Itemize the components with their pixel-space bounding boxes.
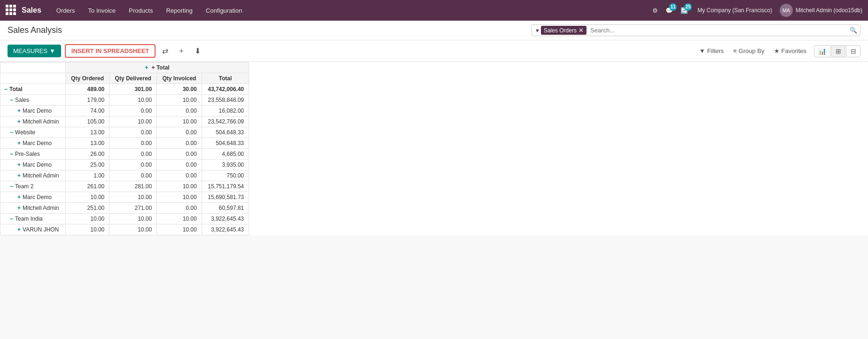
favorites-label: Favorites bbox=[782, 47, 806, 54]
row-label: Total bbox=[9, 86, 23, 92]
collapse-icon[interactable]: − bbox=[10, 151, 13, 157]
group-by-link[interactable]: ≡ Group By bbox=[729, 46, 768, 56]
nav-reporting[interactable]: Reporting bbox=[160, 5, 198, 16]
filter-group: ▼ Filters ≡ Group By ★ Favorites bbox=[696, 46, 810, 56]
cell-value: 0.00 bbox=[157, 149, 202, 160]
expand-icon[interactable]: + bbox=[17, 226, 21, 233]
expand-icon[interactable]: + bbox=[17, 194, 21, 200]
table-row: +Mitchell Admin1.000.000.00750.00 bbox=[0, 170, 249, 181]
cell-value: 74.00 bbox=[65, 106, 109, 116]
table-row: −Sales179.0010.0010.0023,558,848.09 bbox=[0, 95, 249, 106]
cell-value: 261.00 bbox=[65, 181, 109, 192]
cell-value: 0.00 bbox=[157, 203, 202, 214]
activity-badge: 25 bbox=[684, 3, 692, 11]
table-row: +Marc Demo10.0010.0010.0015,690,581.73 bbox=[0, 192, 249, 203]
expand-icon[interactable]: + bbox=[17, 162, 21, 168]
discuss-icon[interactable]: 💬 11 bbox=[664, 5, 675, 16]
pivot-view-button[interactable]: ⊞ bbox=[831, 45, 845, 57]
cell-value: 10.00 bbox=[109, 214, 157, 224]
table-row: −Total489.00301.0030.0043,742,006.40 bbox=[0, 84, 249, 95]
cell-value: 60,597.81 bbox=[202, 203, 249, 214]
nav-to-invoice[interactable]: To Invoice bbox=[83, 5, 122, 16]
cell-value: 271.00 bbox=[109, 203, 157, 214]
search-tag-sales-orders: Sales Orders ✕ bbox=[541, 26, 586, 35]
add-icon[interactable]: ＋ bbox=[175, 44, 188, 58]
row-label-cell: −Sales bbox=[0, 95, 66, 106]
user-info: MA Mitchell Admin (odoo15db) bbox=[780, 4, 862, 17]
row-label: VARUN JHON bbox=[23, 226, 59, 233]
cell-value: 251.00 bbox=[65, 203, 109, 214]
table-row: +Marc Demo74.000.000.0016,082.00 bbox=[0, 106, 249, 116]
collapse-icon[interactable]: − bbox=[4, 86, 8, 92]
cell-value: 10.00 bbox=[109, 224, 157, 235]
table-row: +Marc Demo25.000.000.003,935.00 bbox=[0, 160, 249, 170]
row-label: Marc Demo bbox=[23, 108, 52, 114]
measures-button[interactable]: MEASURES ▼ bbox=[8, 45, 61, 57]
insert-spreadsheet-button[interactable]: INSERT IN SPREADSHEET bbox=[65, 44, 156, 58]
row-label-cell: +VARUN JHON bbox=[0, 224, 66, 235]
search-tag-close[interactable]: ✕ bbox=[579, 27, 584, 34]
collapse-icon[interactable]: − bbox=[10, 183, 13, 190]
search-submit-icon[interactable]: 🔍 bbox=[850, 27, 857, 34]
cell-value: 750.00 bbox=[202, 170, 249, 181]
row-label: Team 2 bbox=[15, 183, 33, 190]
cell-value: 0.00 bbox=[109, 160, 157, 170]
table-row: +Mitchell Admin105.0010.0010.0023,542,76… bbox=[0, 116, 249, 127]
avatar[interactable]: MA bbox=[780, 4, 793, 17]
apps-grid-icon[interactable] bbox=[6, 5, 17, 16]
filters-link[interactable]: ▼ Filters bbox=[696, 46, 727, 56]
swap-icon[interactable]: ⇄ bbox=[159, 45, 171, 57]
cell-value: 301.00 bbox=[109, 84, 157, 95]
cell-value: 13.00 bbox=[65, 127, 109, 138]
cell-value: 15,690,581.73 bbox=[202, 192, 249, 203]
cell-value: 3,922,645.43 bbox=[202, 224, 249, 235]
row-label: Mitchell Admin bbox=[23, 172, 59, 179]
pivot-col-header-label: + Total bbox=[152, 64, 170, 71]
cell-value: 26.00 bbox=[65, 149, 109, 160]
row-label-cell: +Mitchell Admin bbox=[0, 116, 66, 127]
cell-value: 3,922,645.43 bbox=[202, 214, 249, 224]
cell-value: 504,648.33 bbox=[202, 138, 249, 149]
cell-value: 4,685.00 bbox=[202, 149, 249, 160]
pivot-corner bbox=[0, 62, 66, 73]
collapse-icon[interactable]: − bbox=[10, 129, 13, 136]
row-label-cell: −Website bbox=[0, 127, 66, 138]
filters-label: Filters bbox=[707, 47, 724, 54]
table-row: −Pre-Sales26.000.000.004,685.00 bbox=[0, 149, 249, 160]
search-input[interactable] bbox=[588, 26, 850, 35]
nav-orders[interactable]: Orders bbox=[51, 5, 81, 16]
nav-configuration[interactable]: Configuration bbox=[200, 5, 248, 16]
row-label-cell: −Team India bbox=[0, 214, 66, 224]
cell-value: 23,558,848.09 bbox=[202, 95, 249, 106]
cell-value: 1.00 bbox=[65, 170, 109, 181]
app-brand[interactable]: Sales bbox=[22, 6, 41, 15]
expand-icon[interactable]: + bbox=[17, 118, 21, 125]
cell-value: 0.00 bbox=[157, 138, 202, 149]
cell-value: 10.00 bbox=[157, 192, 202, 203]
expand-icon[interactable]: + bbox=[17, 205, 21, 211]
cell-value: 179.00 bbox=[65, 95, 109, 106]
cell-value: 10.00 bbox=[65, 192, 109, 203]
group-by-icon: ≡ bbox=[733, 47, 737, 54]
table-row: +VARUN JHON10.0010.0010.003,922,645.43 bbox=[0, 224, 249, 235]
expand-icon[interactable]: + bbox=[17, 172, 21, 179]
col-add-icon[interactable]: + bbox=[145, 64, 148, 71]
collapse-icon[interactable]: − bbox=[10, 97, 13, 103]
chart-view-button[interactable]: 📊 bbox=[814, 45, 830, 57]
pivot-col-qty-delivered: Qty Delivered bbox=[109, 73, 157, 84]
row-label-cell: +Marc Demo bbox=[0, 138, 66, 149]
expand-icon[interactable]: + bbox=[17, 140, 21, 146]
activity-icon[interactable]: 🔄 25 bbox=[679, 5, 690, 16]
list-view-button[interactable]: ⊟ bbox=[846, 45, 860, 57]
collapse-icon[interactable]: − bbox=[10, 216, 13, 222]
expand-icon[interactable]: + bbox=[17, 108, 21, 114]
settings-icon[interactable]: ⚙ bbox=[650, 5, 660, 16]
nav-products[interactable]: Products bbox=[123, 5, 158, 16]
download-icon[interactable]: ⬇ bbox=[192, 45, 203, 57]
pivot-col-qty-invoiced: Qty Invoiced bbox=[157, 73, 202, 84]
top-navigation: Sales Orders To Invoice Products Reporti… bbox=[0, 0, 868, 21]
cell-value: 25.00 bbox=[65, 160, 109, 170]
table-row: −Team 2261.00281.0010.0015,751,179.54 bbox=[0, 181, 249, 192]
favorites-link[interactable]: ★ Favorites bbox=[770, 46, 810, 56]
cell-value: 489.00 bbox=[65, 84, 109, 95]
